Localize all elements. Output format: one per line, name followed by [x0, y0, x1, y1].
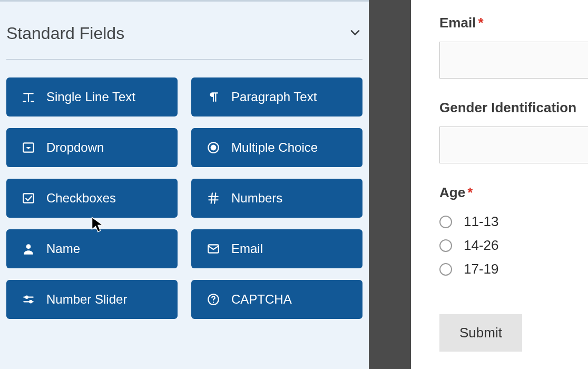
svg-line-10: [211, 193, 212, 203]
email-group: Email*: [439, 15, 588, 79]
email-label: Email: [439, 15, 476, 31]
field-paragraph-text[interactable]: Paragraph Text: [191, 77, 362, 116]
field-captcha[interactable]: CAPTCHA: [191, 280, 362, 319]
field-label: Dropdown: [46, 140, 104, 155]
age-option[interactable]: 17-19: [439, 261, 588, 277]
field-label: Name: [46, 241, 80, 256]
form-preview: Email* Gender Identification Age* 11-13 …: [411, 0, 588, 369]
age-options: 11-13 14-26 17-19: [439, 213, 588, 277]
checkbox-icon: [21, 191, 36, 206]
svg-point-15: [26, 296, 28, 298]
radio-icon: [206, 140, 221, 155]
svg-point-19: [213, 302, 214, 303]
gender-input[interactable]: [439, 127, 588, 163]
age-label: Age: [439, 184, 465, 201]
text-icon: [21, 90, 36, 104]
slider-icon: [21, 292, 36, 307]
radio-icon: [439, 239, 452, 252]
field-label: CAPTCHA: [231, 292, 292, 307]
field-multiple-choice[interactable]: Multiple Choice: [191, 128, 362, 167]
gender-label: Gender Identification: [439, 100, 576, 116]
email-input[interactable]: [439, 42, 588, 79]
field-label: Number Slider: [46, 292, 127, 307]
question-icon: [206, 292, 221, 307]
field-label: Multiple Choice: [231, 140, 318, 155]
radio-label: 14-26: [464, 237, 499, 254]
svg-point-17: [30, 300, 32, 303]
required-indicator: *: [467, 184, 473, 200]
field-grid: Single Line Text Paragraph Text Dropdown: [6, 77, 362, 319]
panel-gutter: [369, 0, 411, 369]
field-label: Numbers: [231, 191, 282, 206]
section-title: Standard Fields: [6, 24, 124, 43]
radio-label: 11-13: [464, 213, 499, 230]
age-option[interactable]: 11-13: [439, 213, 588, 230]
required-indicator: *: [478, 15, 483, 31]
submit-label: Submit: [459, 325, 502, 341]
age-option[interactable]: 14-26: [439, 237, 588, 254]
person-icon: [21, 241, 36, 256]
paragraph-icon: [206, 90, 221, 104]
field-single-line-text[interactable]: Single Line Text: [6, 77, 178, 116]
radio-icon: [439, 263, 452, 276]
svg-point-6: [211, 145, 216, 150]
field-name[interactable]: Name: [6, 229, 178, 268]
gender-group: Gender Identification: [439, 100, 588, 163]
hash-icon: [206, 191, 221, 206]
dropdown-icon: [21, 140, 36, 155]
field-dropdown[interactable]: Dropdown: [6, 128, 178, 167]
field-email[interactable]: Email: [191, 229, 362, 268]
envelope-icon: [206, 241, 221, 256]
svg-line-11: [214, 193, 215, 203]
field-checkboxes[interactable]: Checkboxes: [6, 179, 178, 218]
field-number-slider[interactable]: Number Slider: [6, 280, 178, 319]
svg-rect-7: [23, 193, 34, 202]
field-label: Paragraph Text: [231, 90, 317, 104]
fields-panel: Standard Fields Single Line Text Para: [0, 0, 369, 369]
radio-icon: [439, 216, 452, 228]
radio-label: 17-19: [464, 261, 499, 277]
section-header[interactable]: Standard Fields: [6, 2, 362, 60]
field-label: Email: [231, 241, 263, 256]
chevron-down-icon: [348, 25, 362, 42]
age-group: Age* 11-13 14-26 17-19: [439, 184, 588, 277]
submit-button[interactable]: Submit: [439, 314, 522, 352]
svg-point-12: [26, 244, 31, 249]
field-numbers[interactable]: Numbers: [191, 179, 362, 218]
field-label: Single Line Text: [46, 90, 135, 104]
field-label: Checkboxes: [46, 191, 116, 206]
